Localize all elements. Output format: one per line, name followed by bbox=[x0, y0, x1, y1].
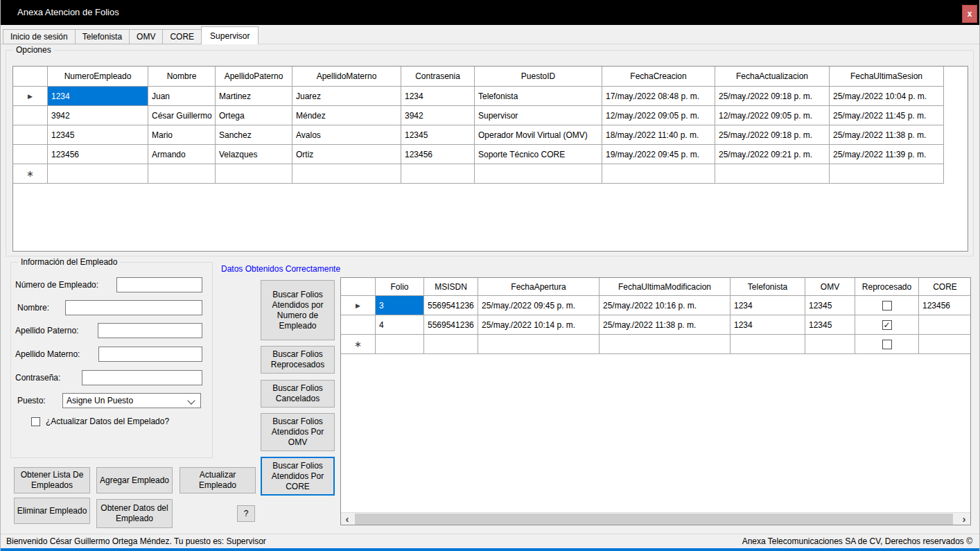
row-header-cell[interactable] bbox=[13, 145, 48, 164]
grid-cell[interactable]: 123456 bbox=[48, 145, 148, 164]
grid-cell[interactable] bbox=[830, 164, 944, 183]
grid-cell[interactable]: Velazques bbox=[216, 145, 292, 164]
grid-cell[interactable] bbox=[401, 164, 475, 183]
column-header[interactable]: MSISDN bbox=[424, 278, 478, 295]
apellido-paterno-field[interactable] bbox=[98, 323, 202, 338]
grid-cell[interactable]: 12345 bbox=[805, 315, 855, 334]
select-all-corner[interactable] bbox=[341, 278, 376, 295]
grid-cell[interactable]: 25/may./2022 11:38 p. m. bbox=[830, 125, 944, 144]
tab-supervisor[interactable]: Supervisor bbox=[201, 26, 259, 44]
grid-cell[interactable] bbox=[855, 296, 919, 315]
row-header-cell[interactable]: ∗ bbox=[341, 335, 376, 353]
numero-empleado-field[interactable] bbox=[116, 277, 202, 292]
grid-cell[interactable] bbox=[478, 335, 600, 353]
tab-inicio-de-sesi-n[interactable]: Inicio de sesión bbox=[3, 29, 76, 44]
grid-cell[interactable]: 5569541236 bbox=[424, 315, 478, 334]
grid-cell[interactable]: 12/may./2022 09:05 p. m. bbox=[602, 106, 715, 125]
grid-cell[interactable]: 25/may./2022 11:39 p. m. bbox=[830, 145, 944, 164]
grid-cell[interactable]: 18/may./2022 11:40 p. m. bbox=[602, 125, 715, 144]
grid-cell[interactable]: 12345 bbox=[805, 296, 855, 315]
grid-cell[interactable]: 12/may./2022 09:05 p. m. bbox=[715, 106, 830, 125]
grid-cell[interactable] bbox=[730, 335, 805, 353]
grid-cell[interactable]: 3942 bbox=[48, 106, 148, 125]
column-header[interactable]: FechaCreacion bbox=[602, 67, 715, 86]
grid-cell[interactable] bbox=[376, 335, 424, 353]
grid-cell[interactable] bbox=[148, 164, 216, 183]
grid-cell[interactable]: ✓ bbox=[855, 315, 919, 334]
grid-cell[interactable]: César Guillermo bbox=[148, 106, 216, 125]
column-header[interactable]: Nombre bbox=[148, 67, 216, 86]
tab-core[interactable]: CORE bbox=[162, 29, 202, 44]
grid-cell[interactable]: 123456 bbox=[401, 145, 475, 164]
column-header[interactable]: NumeroEmpleado bbox=[48, 67, 148, 86]
tab-omv[interactable]: OMV bbox=[129, 29, 163, 44]
grid-cell[interactable] bbox=[602, 164, 715, 183]
grid-cell[interactable]: 25/may./2022 11:45 p. m. bbox=[830, 106, 944, 125]
actualizar-empleado-button[interactable]: Actualizar Empleado bbox=[180, 467, 256, 493]
grid-cell[interactable] bbox=[919, 335, 971, 353]
grid-cell[interactable] bbox=[475, 164, 602, 183]
grid-cell[interactable] bbox=[48, 164, 148, 183]
grid-cell[interactable]: 25/may./2022 10:16 p. m. bbox=[600, 296, 730, 315]
column-header[interactable]: Telefonista bbox=[730, 278, 805, 295]
horizontal-scrollbar[interactable]: ‹ › bbox=[341, 512, 970, 525]
column-header[interactable]: Contrasenia bbox=[401, 67, 475, 86]
grid-cell[interactable]: 12345 bbox=[401, 125, 475, 144]
grid-cell[interactable] bbox=[805, 335, 855, 353]
grid-cell[interactable]: 1234 bbox=[730, 315, 805, 334]
grid-cell[interactable]: 1234 bbox=[730, 296, 805, 315]
grid-cell[interactable]: Avalos bbox=[292, 125, 401, 144]
grid-cell[interactable] bbox=[216, 164, 292, 183]
obtener-datos-empleado-button[interactable]: Obtener Datos del Empleado bbox=[96, 499, 173, 528]
row-header-cell[interactable] bbox=[13, 125, 48, 144]
grid-cell[interactable]: Juarez bbox=[292, 87, 401, 105]
obtener-lista-empleados-button[interactable]: Obtener Lista De Empleados bbox=[14, 467, 90, 493]
folios-grid[interactable]: ‹ › FolioMSISDNFechaAperturaFechaUltimaM… bbox=[340, 277, 971, 525]
grid-cell[interactable]: Ortega bbox=[216, 106, 292, 125]
buscar-folios-button-2[interactable]: Buscar Folios Reprocesados bbox=[261, 346, 335, 374]
grid-cell[interactable]: 3 bbox=[376, 296, 424, 315]
grid-cell[interactable] bbox=[919, 315, 971, 334]
grid-cell[interactable]: Soporte Técnico CORE bbox=[475, 145, 602, 164]
grid-cell[interactable]: 3942 bbox=[401, 106, 475, 125]
grid-cell[interactable]: 1234 bbox=[48, 87, 148, 105]
grid-cell[interactable]: Mario bbox=[148, 125, 216, 144]
help-button[interactable]: ? bbox=[237, 505, 255, 522]
select-all-corner[interactable] bbox=[13, 67, 48, 86]
grid-cell[interactable] bbox=[424, 335, 478, 353]
actualizar-datos-checkbox[interactable] bbox=[31, 417, 40, 426]
grid-cell[interactable]: 25/may./2022 09:18 p. m. bbox=[715, 125, 830, 144]
grid-cell[interactable] bbox=[855, 335, 919, 353]
column-header[interactable]: CORE bbox=[919, 278, 971, 295]
grid-cell[interactable]: 25/may./2022 09:45 p. m. bbox=[478, 296, 600, 315]
grid-cell[interactable] bbox=[715, 164, 830, 183]
buscar-folios-button-5[interactable]: Buscar Folios Atendidos Por CORE bbox=[261, 457, 335, 496]
agregar-empleado-button[interactable]: Agregar Empleado bbox=[96, 467, 173, 493]
apellido-materno-field[interactable] bbox=[98, 347, 202, 362]
grid-cell[interactable] bbox=[600, 335, 730, 353]
grid-cell[interactable]: Supervisor bbox=[475, 106, 602, 125]
grid-cell[interactable]: 25/may./2022 09:18 p. m. bbox=[715, 87, 830, 105]
column-header[interactable]: PuestoID bbox=[475, 67, 602, 86]
grid-cell[interactable]: 19/may./2022 09:45 p. m. bbox=[602, 145, 715, 164]
nombre-field[interactable] bbox=[65, 300, 202, 315]
grid-cell[interactable]: Méndez bbox=[292, 106, 401, 125]
column-header[interactable]: OMV bbox=[805, 278, 855, 295]
contrasena-field[interactable] bbox=[82, 370, 202, 385]
buscar-folios-button-4[interactable]: Buscar Folios Atendidos Por OMV bbox=[261, 413, 335, 451]
grid-cell[interactable]: 123456 bbox=[919, 296, 971, 315]
column-header[interactable]: FechaUltimaSesion bbox=[830, 67, 944, 86]
grid-cell[interactable]: 25/may./2022 09:21 p. m. bbox=[715, 145, 830, 164]
row-header-cell[interactable]: ▶ bbox=[13, 87, 48, 105]
buscar-folios-button-1[interactable]: Buscar Folios Atendidos por Numero de Em… bbox=[261, 280, 335, 340]
scroll-right-icon[interactable]: › bbox=[958, 513, 970, 525]
column-header[interactable]: ApellidoMaterno bbox=[292, 67, 401, 86]
column-header[interactable]: Folio bbox=[376, 278, 424, 295]
column-header[interactable]: ApellidoPaterno bbox=[216, 67, 292, 86]
tab-telefonista[interactable]: Telefonista bbox=[75, 29, 130, 44]
grid-cell[interactable] bbox=[292, 164, 401, 183]
grid-cell[interactable]: Juan bbox=[148, 87, 216, 105]
column-header[interactable]: FechaUltimaModificacion bbox=[600, 278, 730, 295]
reprocesado-checkbox[interactable] bbox=[882, 340, 892, 349]
grid-cell[interactable]: 17/may./2022 08:48 p. m. bbox=[602, 87, 715, 105]
